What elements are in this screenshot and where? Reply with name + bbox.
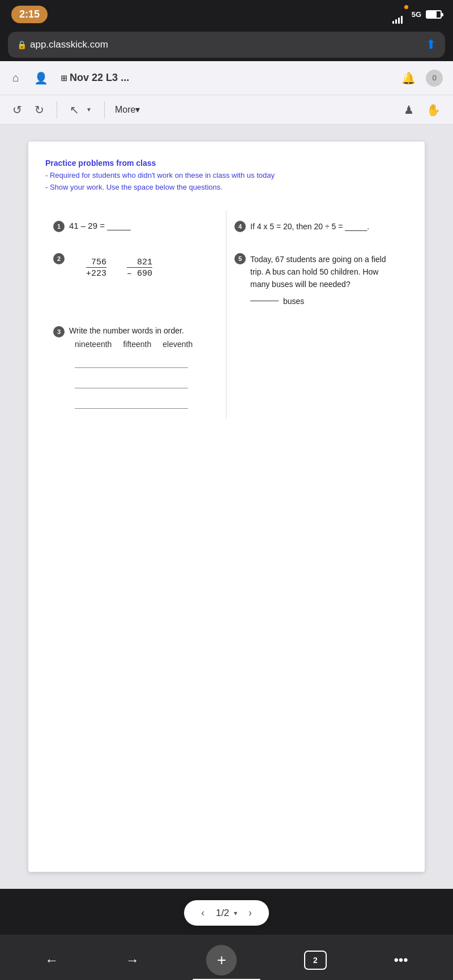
redo-button[interactable]: ↻: [32, 101, 46, 119]
app-title: ⊞ Nov 22 L3 ...: [61, 72, 129, 84]
home-button[interactable]: ⌂: [10, 69, 22, 87]
problem-4-text: If 4 x 5 = 20, then 20 ÷ 5 = _____.: [250, 221, 369, 233]
worksheet: Practice problems from class - Required …: [28, 142, 425, 872]
page-number: 1/2: [216, 908, 229, 919]
problem-number-2: 2: [53, 253, 65, 264]
signal-bars: [392, 15, 403, 24]
page-dropdown-arrow[interactable]: ▾: [234, 909, 237, 917]
word-nineteenth: nineteenth: [75, 340, 112, 349]
profile-button[interactable]: 👤: [32, 69, 50, 87]
tabs-button[interactable]: 2: [304, 951, 327, 970]
math-col-1: 756 +223: [86, 258, 106, 279]
page-indicator: 1/2 ▾: [216, 908, 237, 919]
problem-number-3: 3: [53, 326, 65, 337]
cursor-group: ↖ ▼: [67, 101, 94, 119]
signal-dot: [404, 5, 408, 9]
hand-button[interactable]: ✋: [424, 101, 443, 119]
back-button[interactable]: ←: [45, 952, 58, 968]
app-header-right: 🔔 0: [399, 69, 443, 87]
status-bar: 2:15 5G: [0, 0, 453, 28]
toolbar-divider-2: [104, 101, 105, 118]
problems-grid: 1 41 – 29 = _____ 4 If 4 x 5 = 20, then …: [45, 211, 408, 419]
math-columns: 756 +223 821 – 690: [86, 258, 152, 279]
share-button[interactable]: ⬆: [426, 37, 436, 52]
problem-2: 2 756 +223 821 – 690: [45, 243, 226, 316]
bottom-bar: ← → + 2 •••: [0, 935, 453, 980]
answer-line-3: [75, 399, 188, 409]
problem-5: 5 Today, 67 students are going on a fiel…: [226, 243, 408, 316]
number-words: nineteenth fifteenth eleventh: [75, 340, 193, 349]
problem-3: 3 Write the number words in order. ninet…: [45, 316, 226, 419]
answer-line-1: [75, 358, 188, 368]
address-bar[interactable]: 🔒 app.classkick.com ⬆: [8, 32, 445, 58]
page-navigation: ‹ 1/2 ▾ ›: [0, 889, 453, 935]
toolbar: ↺ ↻ ↖ ▼ More▾ ♟ ✋: [0, 95, 453, 125]
status-icons: 5G: [387, 5, 442, 24]
app-header: ⌂ 👤 ⊞ Nov 22 L3 ... 🔔 0: [0, 61, 453, 95]
more-button[interactable]: More▾: [115, 104, 140, 115]
buses-answer-line: buses: [250, 297, 400, 306]
problem-number-4: 4: [234, 221, 246, 232]
clock: 2:15: [11, 6, 48, 23]
lock-icon: 🔒: [17, 40, 27, 49]
math-col-2: 821 – 690: [127, 258, 152, 279]
word-fifteenth: fifteenth: [123, 340, 151, 349]
word-eleventh: eleventh: [163, 340, 193, 349]
problem-number-1: 1: [53, 221, 65, 232]
page-nav-pill: ‹ 1/2 ▾ ›: [184, 900, 269, 926]
forward-button[interactable]: →: [126, 952, 139, 968]
person-icon-button[interactable]: ♟: [401, 101, 416, 119]
new-tab-button[interactable]: +: [206, 945, 237, 975]
worksheet-title: Practice problems from class: [45, 159, 408, 168]
answer-lines: [75, 358, 193, 409]
prev-page-button[interactable]: ‹: [201, 907, 204, 919]
buses-label: buses: [283, 297, 304, 306]
toolbar-divider: [57, 101, 57, 118]
address-url: 🔒 app.classkick.com: [17, 39, 108, 50]
problem-4: 4 If 4 x 5 = 20, then 20 ÷ 5 = _____.: [226, 211, 408, 243]
undo-button[interactable]: ↺: [10, 101, 24, 119]
answer-line-2: [75, 378, 188, 388]
bell-button[interactable]: 🔔: [399, 69, 418, 87]
worksheet-instructions: - Required for students who didn't work …: [45, 170, 408, 194]
problem-1-equation: 41 – 29 = _____: [69, 221, 131, 230]
cursor-dropdown[interactable]: ▼: [84, 104, 94, 115]
menu-button[interactable]: •••: [394, 952, 408, 968]
problem-5-text: Today, 67 students are going on a field …: [250, 253, 400, 291]
cursor-button[interactable]: ↖: [67, 101, 82, 119]
worksheet-header: Practice problems from class - Required …: [45, 159, 408, 194]
problem-number-5: 5: [234, 253, 246, 264]
app-header-left: ⌂ 👤 ⊞ Nov 22 L3 ...: [10, 69, 129, 87]
next-page-button[interactable]: ›: [249, 907, 252, 919]
battery-icon: [426, 10, 442, 19]
avatar-count: 0: [426, 70, 443, 87]
problem-3-instruction: Write the number words in order.: [69, 326, 193, 335]
problem-1: 1 41 – 29 = _____: [45, 211, 226, 243]
buses-blank: [250, 301, 279, 301]
network-label: 5G: [412, 10, 421, 19]
main-content: Practice problems from class - Required …: [0, 125, 453, 889]
grid-icon: ⊞: [61, 74, 67, 83]
